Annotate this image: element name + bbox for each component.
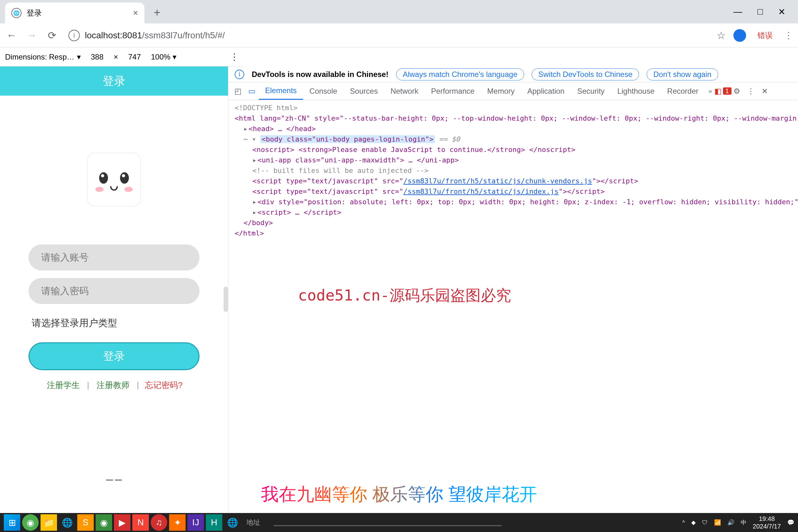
address-bar[interactable]: i localhost:8081/ssm83l7u/front/h5/#/ xyxy=(66,26,709,44)
device-width-input[interactable] xyxy=(87,53,107,61)
inspect-element-icon[interactable]: ◰ xyxy=(231,84,245,98)
taskbar-chrome-icon[interactable]: 🌐 xyxy=(224,514,241,531)
tab-sources[interactable]: Sources xyxy=(344,82,384,100)
tab-performance[interactable]: Performance xyxy=(425,82,481,100)
taskbar-clock[interactable]: 19:48 2024/7/17 xyxy=(753,515,781,530)
tray-notifications-icon[interactable]: 💬 xyxy=(787,519,794,526)
taskbar-app-icon[interactable]: ◉ xyxy=(96,514,112,531)
taskbar-app-icon[interactable]: ▶ xyxy=(114,514,131,531)
selected-body-element[interactable]: ⋯ ▾ <body class="uni-body pages-login-lo… xyxy=(235,134,798,145)
infobar-chip-dontshow[interactable]: Don't show again xyxy=(647,69,718,80)
url-text: localhost:8081/ssm83l7u/front/h5/#/ xyxy=(85,31,225,40)
taskbar-app-icon[interactable]: N xyxy=(132,514,149,531)
taskbar-app-icon[interactable]: H xyxy=(206,514,222,531)
bookmark-icon[interactable]: ☆ xyxy=(717,30,726,41)
extension-error-badge[interactable]: 错误 xyxy=(754,29,777,42)
settings-gear-icon[interactable]: ⚙ xyxy=(730,84,744,98)
start-button[interactable]: ⊞ xyxy=(4,514,20,531)
devtools-close-icon[interactable]: ✕ xyxy=(758,84,772,98)
tray-icon[interactable]: 🛡 xyxy=(702,519,708,526)
tab-security[interactable]: Security xyxy=(571,82,611,100)
close-tab-icon[interactable]: × xyxy=(133,8,138,17)
taskbar-address-input[interactable] xyxy=(273,519,501,526)
chrome-menu-icon[interactable]: ⋮ xyxy=(784,30,793,40)
password-input[interactable] xyxy=(28,278,200,304)
username-input[interactable] xyxy=(28,245,200,270)
issues-icon[interactable]: ◧1 xyxy=(716,84,730,98)
tab-network[interactable]: Network xyxy=(384,82,425,100)
taskbar-app-icon[interactable]: ♫ xyxy=(151,514,167,531)
tab-lighthouse[interactable]: Lighthouse xyxy=(611,82,661,100)
register-student-link[interactable]: 注册学生 xyxy=(47,380,80,390)
new-tab-button[interactable]: + xyxy=(148,4,166,21)
info-icon: i xyxy=(235,70,244,79)
close-window-button[interactable]: ✕ xyxy=(778,7,785,17)
tab-application[interactable]: Application xyxy=(521,82,571,100)
taskbar-app-icon[interactable]: IJ xyxy=(188,514,204,531)
device-zoom-dropdown[interactable]: 100% ▾ xyxy=(151,53,176,61)
register-teacher-link[interactable]: 注册教师 xyxy=(97,380,130,390)
watermark-overlay-text: code51.cn-源码乐园盗图必究 xyxy=(298,284,511,306)
tab-console[interactable]: Console xyxy=(303,82,344,100)
infobar-chip-switch[interactable]: Switch DevTools to Chinese xyxy=(532,69,639,80)
window-controls: — □ ✕ xyxy=(734,0,798,23)
device-toolbar: Dimensions: Resp… ▾ × 100% ▾ ⋮ xyxy=(0,48,244,66)
devtools-pane: i DevTools is now available in Chinese! … xyxy=(228,66,798,532)
tray-icon[interactable]: ◆ xyxy=(691,519,696,526)
watermark-bottom-text: 我在九幽等你 极乐等你 望彼岸花开 xyxy=(261,482,537,507)
app-header-title: 登录 xyxy=(0,66,228,96)
device-height-input[interactable] xyxy=(125,53,145,61)
taskbar-chrome-icon[interactable]: 🌐 xyxy=(59,514,75,531)
tab-elements[interactable]: Elements xyxy=(259,82,303,100)
devtools-infobar: i DevTools is now available in Chinese! … xyxy=(228,66,798,82)
tray-wifi-icon[interactable]: 📶 xyxy=(714,519,721,526)
resize-handle-icon[interactable] xyxy=(104,479,124,482)
infobar-text: DevTools is now available in Chinese! xyxy=(252,70,388,79)
toggle-device-icon[interactable]: ▭ xyxy=(245,84,259,98)
devtools-tabs: ◰ ▭ Elements Console Sources Network Per… xyxy=(228,82,798,100)
forward-button[interactable]: → xyxy=(25,29,38,42)
globe-icon: 🌐 xyxy=(12,8,21,18)
profile-avatar[interactable] xyxy=(734,29,746,42)
browser-tab[interactable]: 🌐 登录 × xyxy=(5,2,145,23)
forgot-password-link[interactable]: 忘记密码? xyxy=(145,380,183,390)
tab-memory[interactable]: Memory xyxy=(481,82,521,100)
back-button[interactable]: ← xyxy=(5,29,18,42)
taskbar-address-label: 地址 xyxy=(246,518,272,527)
infobar-chip-always-match[interactable]: Always match Chrome's language xyxy=(396,69,524,80)
tray-chevron-icon[interactable]: ^ xyxy=(682,519,685,526)
mobile-app-root: 登录 请选择登录用户类型 登录 注册学生 | 注册教师 | 忘记密码? xyxy=(0,66,228,532)
app-avatar-icon xyxy=(87,153,141,207)
site-info-icon[interactable]: i xyxy=(69,30,80,41)
usertype-label[interactable]: 请选择登录用户类型 xyxy=(32,317,215,330)
tab-recorder[interactable]: Recorder xyxy=(661,82,705,100)
minimize-button[interactable]: — xyxy=(734,7,742,17)
devtools-menu-icon[interactable]: ⋮ xyxy=(744,84,758,98)
reload-button[interactable]: ⟳ xyxy=(45,29,58,42)
browser-toolbar: ← → ⟳ i localhost:8081/ssm83l7u/front/h5… xyxy=(0,23,798,48)
login-button[interactable]: 登录 xyxy=(28,342,200,370)
tray-volume-icon[interactable]: 🔊 xyxy=(727,519,734,526)
elements-tree[interactable]: <!DOCTYPE html> <html lang="zh-CN" style… xyxy=(228,100,798,519)
taskbar-app-icon[interactable]: ✦ xyxy=(169,514,186,531)
taskbar-app-icon[interactable]: 📁 xyxy=(40,514,57,531)
device-toolbar-menu-icon[interactable]: ⋮ xyxy=(230,52,239,62)
windows-taskbar: ⊞ ◉ 📁 🌐 S ◉ ▶ N ♫ ✦ IJ H 🌐 地址 ^ ◆ 🛡 📶 🔊 … xyxy=(0,513,798,532)
taskbar-app-icon[interactable]: ◉ xyxy=(22,514,39,531)
dimensions-dropdown[interactable]: Dimensions: Resp… ▾ xyxy=(5,53,81,61)
tray-ime-icon[interactable]: 中 xyxy=(741,519,746,526)
system-tray[interactable]: ^ ◆ 🛡 📶 🔊 中 19:48 2024/7/17 💬 xyxy=(682,515,794,530)
tab-strip: 🌐 登录 × + — □ ✕ xyxy=(0,0,798,23)
app-links-row: 注册学生 | 注册教师 | 忘记密码? xyxy=(13,380,215,391)
device-preview-pane: 登录 请选择登录用户类型 登录 注册学生 | 注册教师 | 忘记密码? xyxy=(0,66,228,532)
maximize-button[interactable]: □ xyxy=(758,7,763,17)
taskbar-app-icon[interactable]: S xyxy=(77,514,94,531)
tab-title: 登录 xyxy=(26,8,42,18)
pane-splitter[interactable] xyxy=(224,287,228,312)
dimension-separator: × xyxy=(114,53,118,61)
